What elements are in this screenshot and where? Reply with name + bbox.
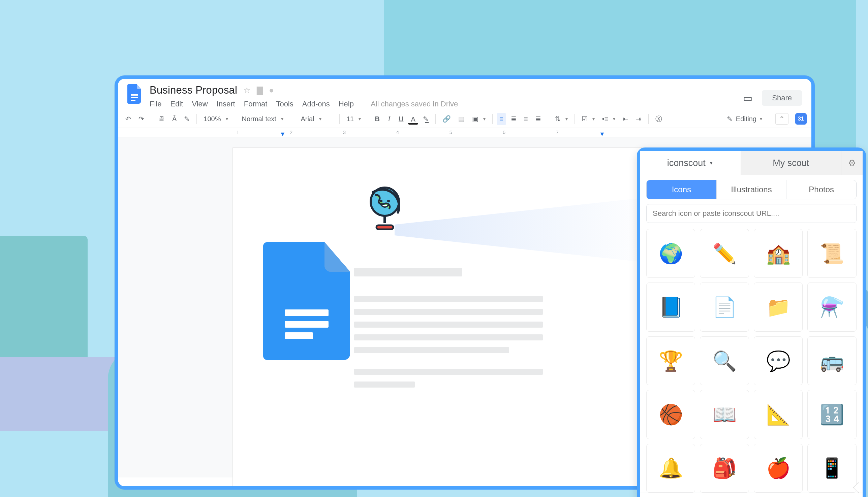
notebook-icon[interactable]: 📘 [646,283,695,331]
spellcheck-button[interactable]: Ā [169,113,179,125]
docs-file-illustration-icon [263,242,354,360]
iconscout-panel: iconscout ▼ My scout ⚙ Icons Illustratio… [637,147,866,497]
cloud-status-icon[interactable]: ● [269,86,274,95]
star-icon[interactable]: ☆ [243,86,251,95]
ruler[interactable]: ▼ ▼ 1234567 [118,128,811,137]
folder-icon[interactable]: 📁 [754,283,803,331]
menu-help[interactable]: Help [339,100,354,109]
svg-rect-1 [131,97,138,98]
bell-icon[interactable]: 🔔 [646,444,695,493]
apple-icon[interactable]: 🍎 [754,444,803,493]
ruler-number: 3 [343,129,346,135]
style-select[interactable]: Normal text [239,113,290,125]
svg-point-5 [387,200,390,202]
menu-tools[interactable]: Tools [276,100,293,109]
mode-select[interactable]: ✎ Editing ▾ [722,113,767,125]
svg-rect-6 [376,225,393,229]
menu-insert[interactable]: Insert [217,100,235,109]
page[interactable] [233,147,644,489]
tab-my-scout-label: My scout [773,158,809,168]
search-input[interactable] [646,204,856,223]
ruler-number: 5 [450,129,452,135]
indent-marker-left-icon[interactable]: ▼ [280,131,286,138]
insert-link-button[interactable]: 🔗 [440,113,454,125]
menu-view[interactable]: View [192,100,208,109]
save-status: All changes saved in Drive [371,100,458,109]
scout-top-tabs: iconscout ▼ My scout ⚙ [640,151,863,175]
clear-formatting-button[interactable]: Ⓧ [653,112,665,126]
font-size-select[interactable]: 11 [344,113,364,125]
tab-iconscout-label: iconscout [667,158,706,168]
pencil-icon: ✎ [727,115,732,123]
align-center-button[interactable]: ≣ [508,113,519,125]
tab-iconscout[interactable]: iconscout ▼ [640,151,741,175]
calculator-icon[interactable]: 📱 [807,444,856,493]
calendar-sidebar-icon[interactable]: 31 [795,113,807,125]
docs-header: Business Proposal ☆ ▇ ● File Edit View I… [118,79,811,110]
indent-increase-button[interactable]: ⇥ [633,113,644,125]
ruler-number: 2 [290,129,292,135]
svg-point-4 [380,200,383,202]
tab-my-scout[interactable]: My scout [741,151,841,175]
undo-button[interactable]: ↶ [123,113,134,125]
align-left-button[interactable]: ≡ [497,113,506,125]
menu-bar: File Edit View Insert Format Tools Add-o… [150,100,743,109]
svg-rect-9 [285,332,313,339]
toolbar: ↶ ↷ 🖶 Ā ✎ 100% Normal text Arial 11 B I … [118,110,811,128]
highlight-button[interactable]: ✎̲ [420,113,431,125]
menu-format[interactable]: Format [244,100,267,109]
collapse-toolbar-button[interactable]: ⌃ [775,113,788,125]
insert-comment-button[interactable]: ▤ [456,113,467,125]
test-paper-icon[interactable]: 📄 [700,283,749,331]
indent-marker-right-icon[interactable]: ▼ [599,131,605,138]
text-color-button[interactable]: A [408,113,418,125]
indent-decrease-button[interactable]: ⇤ [620,113,631,125]
svg-rect-2 [131,100,136,101]
bulleted-list-button[interactable]: •≡ [600,113,618,125]
insert-image-button[interactable]: ▣ [469,113,488,125]
backpack-icon[interactable]: 🎒 [700,444,749,493]
magnifier-icon[interactable]: 🔍 [700,336,749,385]
inserted-globe-icon[interactable] [366,186,403,233]
scroll-icon[interactable]: 📜 [807,229,856,278]
line-spacing-button[interactable]: ⇅ [552,113,570,125]
pill-illustrations[interactable]: Illustrations [716,180,786,199]
bold-button[interactable]: B [372,113,383,125]
ruler-number: 4 [396,129,399,135]
protractor-icon[interactable]: 📐 [754,390,803,439]
share-button[interactable]: Share [762,90,802,106]
trophy-icon[interactable]: 🏆 [646,336,695,385]
pencil-icon[interactable]: ✏️ [700,229,749,278]
menu-edit[interactable]: Edit [170,100,183,109]
redo-button[interactable]: ↷ [136,113,147,125]
italic-button[interactable]: I [384,113,394,125]
globe-icon[interactable]: 🌍 [646,229,695,278]
flask-icon[interactable]: ⚗️ [807,283,856,331]
zoom-select[interactable]: 100% [201,113,231,125]
menu-addons[interactable]: Add-ons [302,100,330,109]
book-open-icon[interactable]: 📖 [700,390,749,439]
pill-photos[interactable]: Photos [786,180,856,199]
chalkboard-icon[interactable]: 🔢 [807,390,856,439]
font-select[interactable]: Arial [298,113,335,125]
document-title[interactable]: Business Proposal [150,84,237,96]
chat-bubbles-icon[interactable]: 💬 [754,336,803,385]
move-folder-icon[interactable]: ▇ [257,86,263,95]
align-justify-button[interactable]: ≣ [533,113,544,125]
paint-format-button[interactable]: ✎ [181,113,192,125]
checklist-button[interactable]: ☑ [579,113,597,125]
align-right-button[interactable]: ≡ [521,113,531,125]
print-button[interactable]: 🖶 [155,113,167,125]
ruler-number: 6 [503,129,506,135]
basketball-icon[interactable]: 🏀 [646,390,695,439]
menu-file[interactable]: File [150,100,161,109]
pill-icons[interactable]: Icons [647,180,716,199]
asset-type-tabs: Icons Illustrations Photos [646,180,856,199]
bus-icon[interactable]: 🚌 [807,336,856,385]
comments-icon[interactable]: ▭ [743,92,753,104]
underline-button[interactable]: U [396,113,406,125]
ruler-number: 1 [236,129,239,135]
settings-button[interactable]: ⚙ [841,151,863,175]
school-icon[interactable]: 🏫 [754,229,803,278]
svg-rect-0 [131,94,138,96]
